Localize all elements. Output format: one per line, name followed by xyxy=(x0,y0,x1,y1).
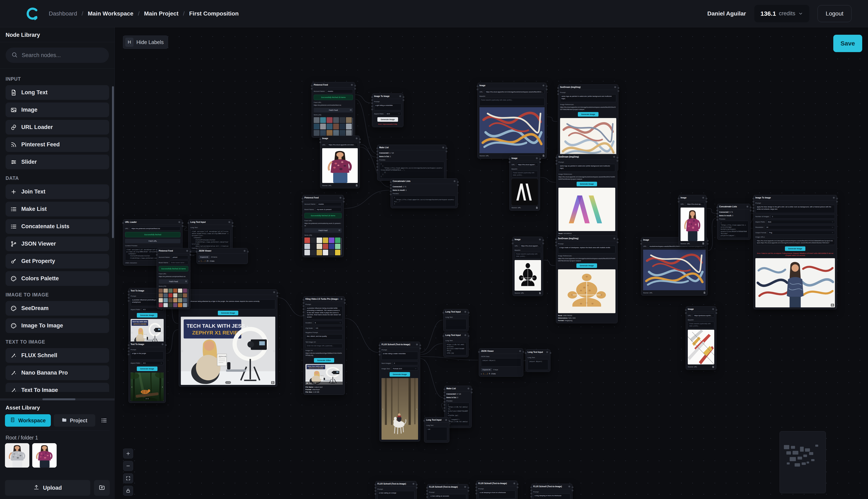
node-header[interactable]: Image xyxy=(510,156,540,161)
gear-icon[interactable] xyxy=(519,350,521,352)
feed-thumbnail[interactable] xyxy=(314,130,320,136)
input-port[interactable] xyxy=(371,109,373,110)
input-port[interactable] xyxy=(753,207,754,209)
input-port[interactable] xyxy=(390,181,392,183)
code-box[interactable]: [object Object] xyxy=(481,358,521,366)
input-port[interactable] xyxy=(512,243,513,244)
app-logo-icon[interactable] xyxy=(23,4,42,23)
feed-thumbnail[interactable] xyxy=(329,244,334,249)
node-header[interactable]: FLUX Schnell (Text-to-Image) xyxy=(380,342,420,347)
input-port[interactable] xyxy=(156,254,158,255)
button-generate-video[interactable]: Generate Video xyxy=(314,358,334,363)
node-header[interactable]: Concatenate Lists xyxy=(717,204,751,209)
feed-thumbnail[interactable] xyxy=(159,298,163,302)
input-port[interactable] xyxy=(475,487,477,488)
field-input[interactable]: 2 xyxy=(393,361,418,365)
input-port[interactable] xyxy=(556,163,557,165)
grid-scrollbar[interactable] xyxy=(352,118,353,136)
button-generate-image[interactable]: Generate Image xyxy=(785,246,806,251)
node-header[interactable]: SeeDream (img2img) xyxy=(557,154,617,160)
node-flux-schnell-1[interactable]: FLUX Schnell (Text-to-Image)Prompt:a man… xyxy=(375,481,417,499)
output-port[interactable] xyxy=(359,138,361,140)
node-pinterest-feed-3[interactable]: Pinterest FeedAccount Name:prtzartBoard … xyxy=(157,248,190,309)
json-tree-row[interactable]: ▸ {...} 9 items xyxy=(481,373,521,375)
node-header[interactable]: SeeDream (img2img) xyxy=(556,236,617,241)
gear-icon[interactable] xyxy=(464,334,467,336)
output-port[interactable] xyxy=(247,251,249,252)
input-port[interactable] xyxy=(444,398,445,399)
input-port[interactable] xyxy=(443,335,444,337)
gear-icon[interactable] xyxy=(356,137,358,139)
breadcrumb-dashboard[interactable]: Dashboard xyxy=(49,10,77,17)
feed-thumbnail[interactable] xyxy=(346,117,352,123)
input-port[interactable] xyxy=(371,99,373,101)
field-input[interactable]: 0.5 xyxy=(314,326,343,330)
node-header[interactable] xyxy=(179,290,277,295)
save-icon[interactable] xyxy=(536,207,538,209)
input-port[interactable] xyxy=(444,392,445,393)
credits-dropdown[interactable]: 136.1 credits xyxy=(754,5,809,22)
gear-icon[interactable] xyxy=(546,351,548,353)
input-port[interactable] xyxy=(531,487,532,488)
sidebar-item-seedream[interactable]: SeeDream xyxy=(5,301,109,316)
feed-thumbnail[interactable] xyxy=(311,250,316,255)
input-port[interactable] xyxy=(525,352,526,354)
gear-icon[interactable] xyxy=(186,250,188,252)
button-generate-image[interactable]: Generate Image xyxy=(137,313,158,317)
output-port[interactable] xyxy=(540,158,541,160)
input-port[interactable] xyxy=(376,160,378,161)
output-port[interactable] xyxy=(706,201,707,202)
node-header[interactable]: Pinterest Feed xyxy=(302,195,344,200)
input-port[interactable] xyxy=(128,294,129,295)
prev-image-arrow[interactable]: ‹ xyxy=(132,331,132,334)
input-port[interactable] xyxy=(196,251,197,252)
gear-icon[interactable] xyxy=(178,221,181,223)
output-port[interactable] xyxy=(750,207,752,208)
textarea-input[interactable]: Paste base64 (optionally with data: pref… xyxy=(480,98,545,106)
feed-thumbnail[interactable] xyxy=(329,238,334,243)
input-port[interactable] xyxy=(302,198,303,199)
node-concatenate-lists-1[interactable]: Concatenate ListsConnected: 2 / 5Items i… xyxy=(390,179,458,208)
field-input[interactable]: moebio xyxy=(317,202,342,206)
output-port[interactable] xyxy=(707,240,708,241)
input-port[interactable] xyxy=(376,157,378,158)
output-port[interactable] xyxy=(468,312,469,313)
output-port[interactable] xyxy=(165,344,166,346)
textarea-input[interactable]: a man eating an avocado xyxy=(429,494,466,499)
feed-thumbnail[interactable] xyxy=(329,250,334,255)
output-port[interactable] xyxy=(182,225,183,227)
search-box[interactable] xyxy=(5,48,109,63)
node-header[interactable]: Text To Image xyxy=(129,342,165,347)
input-port[interactable] xyxy=(390,184,392,186)
input-port[interactable] xyxy=(376,169,378,171)
save-icon[interactable] xyxy=(712,366,714,368)
field-input[interactable]: https://fra.cloud.appwrite.io/v1/storage… xyxy=(517,163,538,167)
feed-thumbnail[interactable] xyxy=(320,117,326,123)
output-port[interactable] xyxy=(416,487,418,488)
field-input[interactable]: Enter board name (optional)... xyxy=(170,261,188,265)
textarea-input[interactable]: a girl riding a motorbike xyxy=(374,104,401,110)
input-port[interactable] xyxy=(379,351,380,352)
input-port[interactable] xyxy=(128,351,129,352)
prev-image-arrow[interactable]: ‹ xyxy=(182,349,183,352)
feed-thumbnail[interactable] xyxy=(333,117,339,123)
field-input[interactable]: https://fra.cloud.appwrite.io/v1/storage… xyxy=(685,202,704,206)
field-input[interactable]: https://fra.cloud.appwrite.io/v1/storage… xyxy=(520,244,541,248)
sidebar-item-image[interactable]: Image xyxy=(5,102,109,117)
node-header[interactable]: Long Text Input xyxy=(526,350,550,355)
output-port[interactable] xyxy=(517,487,518,488)
textarea-input[interactable]: apply the blue design to the girl's shir… xyxy=(755,205,835,213)
output-port[interactable] xyxy=(457,181,459,183)
gear-icon[interactable] xyxy=(399,95,401,97)
input-port[interactable] xyxy=(753,198,754,199)
list-view-icon[interactable] xyxy=(98,415,110,426)
output-port[interactable] xyxy=(517,484,518,485)
node-nano-banana-main[interactable]: Prompt:a youtube influencer being attack… xyxy=(179,289,277,387)
gear-icon[interactable] xyxy=(454,180,456,182)
output-port[interactable] xyxy=(617,242,618,243)
gear-icon[interactable] xyxy=(614,86,616,88)
feed-thumbnail[interactable] xyxy=(333,130,339,136)
gear-icon[interactable] xyxy=(161,343,164,345)
output-port[interactable] xyxy=(416,484,418,485)
input-port[interactable] xyxy=(444,389,445,390)
